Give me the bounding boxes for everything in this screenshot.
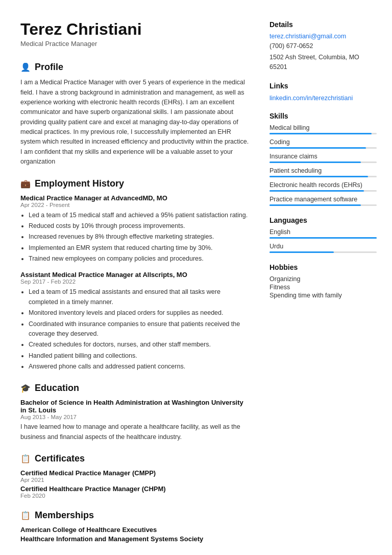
details-title: Details: [270, 20, 377, 29]
skill-name: Coding: [270, 138, 377, 146]
skill-bar-bg: [270, 204, 377, 206]
lang-name: English: [270, 228, 377, 236]
cert-2-date: Feb 2020: [20, 493, 249, 499]
certificates-title: 📋 Certificates: [20, 453, 249, 464]
profile-text: I am a Medical Practice Manager with ove…: [20, 78, 249, 167]
memberships-section: 📋 Memberships American College of Health…: [20, 510, 249, 543]
skill-bar-bg: [270, 176, 377, 177]
list-item: Reduced costs by 10% through process imp…: [29, 221, 249, 231]
lang-bar-fill: [270, 251, 334, 253]
job-1-title: Medical Practice Manager at AdvancedMD, …: [20, 194, 249, 202]
list-item: Answered phone calls and addressed patie…: [29, 362, 249, 372]
lang-english: English: [270, 228, 377, 239]
links-title: Links: [270, 82, 377, 90]
cert-1-name: Certified Medical Practice Manager (CMPP…: [20, 469, 249, 477]
employment-title: 💼 Employment History: [20, 178, 249, 189]
memberships-icon: 📋: [20, 511, 31, 520]
member-2: Healthcare Information and Management Sy…: [20, 535, 249, 543]
lang-bar-bg: [270, 237, 377, 239]
list-item: Led a team of 15 medical staff and achie…: [29, 211, 249, 220]
profile-title: 👤 Profile: [20, 62, 249, 73]
edu-item-1: Bachelor of Science in Health Administra…: [20, 399, 249, 442]
lang-bar-fill: [270, 237, 377, 239]
edu-date: Aug 2013 - May 2017: [20, 414, 249, 420]
address-text: 1502 Ash Street, Columbia, MO 65201: [270, 53, 377, 72]
skill-bar-bg: [270, 161, 377, 163]
resume-header: Terez Christiani Medical Practice Manage…: [20, 20, 249, 48]
education-icon: 🎓: [20, 383, 31, 393]
skills-title: Skills: [270, 112, 377, 120]
skill-bar-bg: [270, 133, 377, 134]
job-2-bullets: Led a team of 15 medical assistants and …: [20, 287, 249, 372]
details-section: Details terez.christiani@gmail.com (700)…: [270, 20, 377, 72]
skill-ehr: Electronic health records (EHRs): [270, 181, 377, 192]
right-column: Details terez.christiani@gmail.com (700)…: [270, 20, 377, 554]
certificates-section: 📋 Certificates Certified Medical Practic…: [20, 453, 249, 499]
skills-section: Skills Medical billing Coding Insurance …: [270, 112, 377, 206]
list-item: Implemented an EMR system that reduced c…: [29, 243, 249, 253]
skill-bar-bg: [270, 190, 377, 192]
cert-2-name: Certified Healthcare Practice Manager (C…: [20, 485, 249, 493]
lang-name: Urdu: [270, 243, 377, 250]
skill-practice-mgmt: Practice management software: [270, 196, 377, 206]
lang-urdu: Urdu: [270, 243, 377, 253]
skill-scheduling: Patient scheduling: [270, 167, 377, 177]
list-item: Led a team of 15 medical assistants and …: [29, 287, 249, 307]
skill-name: Insurance claims: [270, 153, 377, 160]
hobbies-section: Hobbies Organizing Fitness Spending time…: [270, 263, 377, 299]
list-item: Trained new employees on company policie…: [29, 254, 249, 264]
profile-section: 👤 Profile I am a Medical Practice Manage…: [20, 62, 249, 167]
edu-text: I have learned how to manage and operate…: [20, 422, 249, 442]
left-column: Terez Christiani Medical Practice Manage…: [20, 20, 249, 554]
languages-section: Languages English Urdu: [270, 216, 377, 253]
education-section: 🎓 Education Bachelor of Science in Healt…: [20, 383, 249, 442]
skill-name: Medical billing: [270, 124, 377, 131]
hobbies-title: Hobbies: [270, 263, 377, 271]
job-1-date: Apr 2022 - Present: [20, 202, 249, 208]
job-2: Assistant Medical Practice Manager at Al…: [20, 271, 249, 372]
member-1: American College of Healthcare Executive…: [20, 526, 249, 534]
skill-coding: Coding: [270, 138, 377, 149]
certificates-icon: 📋: [20, 454, 31, 464]
list-item: Increased revenues by 8% through effecti…: [29, 232, 249, 242]
linkedin-link[interactable]: linkedin.com/in/terezchristiani: [270, 95, 353, 102]
job-1: Medical Practice Manager at AdvancedMD, …: [20, 194, 249, 264]
employment-icon: 💼: [20, 179, 31, 189]
email-link[interactable]: terez.christiani@gmail.com: [270, 33, 377, 40]
skill-bar-fill: [270, 133, 372, 134]
phone-text: (700) 677-0652: [270, 41, 377, 51]
list-item: Handled patient billing and collections.: [29, 351, 249, 361]
skill-bar-fill: [270, 190, 364, 192]
skill-insurance: Insurance claims: [270, 153, 377, 163]
lang-bar-bg: [270, 251, 377, 253]
education-title: 🎓 Education: [20, 383, 249, 394]
skill-name: Practice management software: [270, 196, 377, 203]
skill-bar-fill: [270, 204, 361, 206]
languages-title: Languages: [270, 216, 377, 224]
hobby-2: Fitness: [270, 284, 377, 291]
skill-bar-bg: [270, 147, 377, 149]
memberships-title: 📋 Memberships: [20, 510, 249, 521]
candidate-name: Terez Christiani: [20, 20, 249, 38]
cert-1: Certified Medical Practice Manager (CMPP…: [20, 469, 249, 483]
list-item: Created schedules for doctors, nurses, a…: [29, 340, 249, 350]
skill-medical-billing: Medical billing: [270, 124, 377, 134]
skill-name: Patient scheduling: [270, 167, 377, 174]
hobby-3: Spending time with family: [270, 292, 377, 299]
list-item: Coordinated with insurance companies to …: [29, 319, 249, 339]
hobby-1: Organizing: [270, 275, 377, 283]
skill-bar-fill: [270, 147, 366, 149]
profile-icon: 👤: [20, 62, 31, 72]
cert-2: Certified Healthcare Practice Manager (C…: [20, 485, 249, 499]
job-2-date: Sep 2017 - Feb 2022: [20, 279, 249, 285]
skill-name: Electronic health records (EHRs): [270, 181, 377, 189]
job-1-bullets: Led a team of 15 medical staff and achie…: [20, 211, 249, 264]
skill-bar-fill: [270, 161, 361, 163]
edu-degree: Bachelor of Science in Health Administra…: [20, 399, 249, 414]
list-item: Monitored inventory levels and placed or…: [29, 308, 249, 318]
candidate-title: Medical Practice Manager: [20, 40, 249, 48]
employment-section: 💼 Employment History Medical Practice Ma…: [20, 178, 249, 372]
cert-1-date: Apr 2021: [20, 477, 249, 483]
job-2-title: Assistant Medical Practice Manager at Al…: [20, 271, 249, 279]
skill-bar-fill: [270, 176, 368, 177]
